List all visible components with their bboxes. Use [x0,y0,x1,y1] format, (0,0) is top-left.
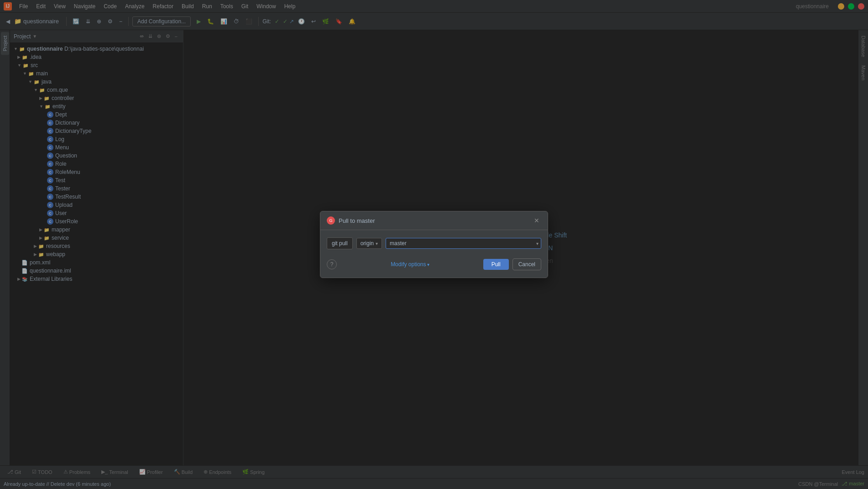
modify-options-chevron-icon: ▾ [427,262,429,267]
git-command-label: git pull [327,237,353,249]
dialog-actions: ? Modify options ▾ Pull Cancel [327,257,541,270]
branch-dropdown-icon[interactable]: ▾ [536,241,539,246]
pull-dialog: G Pull to master ✕ git pull origin ▾ ▾ ?… [320,211,548,278]
branch-input-wrapper: ▾ [386,238,541,249]
modify-options-button[interactable]: Modify options ▾ [391,261,429,268]
remote-chevron-icon: ▾ [376,241,378,246]
cancel-button[interactable]: Cancel [512,258,541,270]
dialog-close-button[interactable]: ✕ [532,216,541,225]
modify-options-label: Modify options [391,261,426,268]
dialog-command-row: git pull origin ▾ ▾ [327,237,541,249]
dialog-title-text: Pull to master [339,217,528,224]
dialog-git-icon: G [327,216,335,225]
dialog-body: git pull origin ▾ ▾ ? Modify options ▾ P… [320,230,548,278]
dialog-title-bar: G Pull to master ✕ [320,211,548,230]
help-button[interactable]: ? [327,259,337,269]
dialog-overlay[interactable]: G Pull to master ✕ git pull origin ▾ ▾ ?… [0,0,868,489]
branch-input[interactable] [386,238,541,249]
pull-button[interactable]: Pull [483,259,509,270]
remote-select[interactable]: origin ▾ [356,238,382,249]
remote-value: origin [361,240,374,247]
